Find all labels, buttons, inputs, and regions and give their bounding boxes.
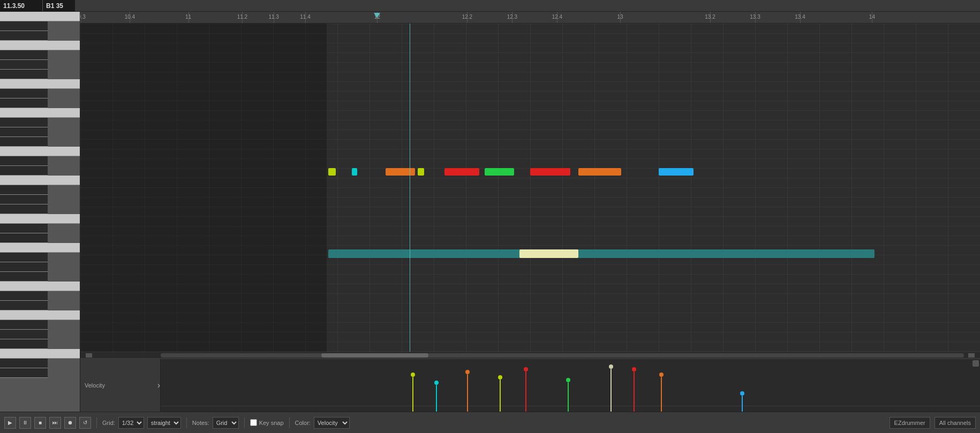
piano-key-12[interactable] (0, 127, 48, 137)
piano-key-c2[interactable]: C2 (0, 224, 48, 233)
record-button[interactable]: ⏺ (64, 417, 76, 429)
long-bar[interactable] (328, 249, 875, 258)
velocity-label: Velocity › (80, 359, 161, 412)
piano-key-20[interactable] (0, 204, 48, 214)
velocity-dot-8[interactable] (659, 373, 664, 377)
top-bar: 11.3.50 B1 35 (0, 0, 980, 12)
piano-key-1[interactable] (0, 21, 48, 31)
piano-key-34[interactable] (0, 339, 48, 349)
main-area: C2 10.310.41111.211.311.41212.212.312.41… (0, 12, 980, 412)
long-bar-highlight[interactable] (519, 249, 578, 258)
piano-key-32[interactable] (0, 320, 48, 330)
piano-key-2[interactable] (0, 31, 48, 41)
piano-key-21[interactable] (0, 214, 80, 224)
velocity-dot-3[interactable] (498, 375, 502, 379)
tick-label: 10.3 (80, 14, 86, 20)
velocity-edit-icon[interactable] (973, 360, 979, 367)
tick-label: 10.4 (125, 14, 135, 20)
stop-button[interactable]: ■ (34, 417, 46, 429)
key-snap-text: Key snap (259, 420, 284, 426)
velocity-text: Velocity (85, 382, 105, 389)
piano-key-26[interactable] (0, 262, 48, 272)
piano-key-18[interactable] (0, 185, 48, 195)
piano-key-5[interactable] (0, 60, 48, 70)
piano-key-33[interactable] (0, 330, 48, 339)
piano-key-25[interactable] (0, 253, 48, 262)
note-4[interactable] (444, 168, 479, 176)
piano-key-16[interactable] (0, 166, 48, 176)
piano-key-4[interactable] (0, 50, 48, 60)
note-7[interactable] (578, 168, 621, 176)
note-0[interactable] (328, 168, 336, 176)
piano-key-8[interactable] (0, 89, 48, 98)
piano-key-3[interactable] (0, 41, 80, 50)
play-button[interactable]: ▶ (4, 417, 16, 429)
piano-key-10[interactable] (0, 108, 80, 118)
loop-button[interactable]: ↺ (79, 417, 91, 429)
piano-key-7[interactable] (0, 79, 80, 89)
playhead-line (410, 24, 410, 352)
velocity-line-9 (742, 396, 743, 412)
separator-3 (244, 417, 245, 428)
piano-key-24[interactable] (0, 243, 80, 253)
timeline-ruler: 10.310.41111.211.311.41212.212.312.41313… (80, 12, 980, 24)
piano-key-35[interactable] (0, 349, 80, 359)
note-5[interactable] (485, 168, 514, 176)
note-1[interactable] (352, 168, 357, 176)
piano-key-28[interactable] (0, 282, 80, 291)
velocity-line-8 (661, 377, 662, 412)
note-6[interactable] (530, 168, 570, 176)
piano-key-15[interactable] (0, 156, 48, 166)
bottom-toolbar: ▶ ⏸ ■ ⏭ ⏺ ↺ Grid: 1/32 1/16 1/8 1/4 stra… (0, 412, 980, 433)
piano-key-36[interactable] (0, 359, 48, 368)
velocity-midline (161, 406, 980, 406)
notes-select[interactable]: Grid Free (213, 417, 239, 429)
piano-key-19[interactable] (0, 195, 48, 204)
velocity-dot-6[interactable] (609, 364, 613, 369)
tick-label: 14 (869, 14, 875, 20)
piano-key-9[interactable] (0, 98, 48, 108)
skip-end-button[interactable]: ⏭ (49, 417, 61, 429)
piano-key-29[interactable] (0, 291, 48, 301)
note-2[interactable] (386, 168, 415, 176)
channels-label: All channels (934, 417, 976, 429)
key-snap-label[interactable]: Key snap (250, 419, 284, 426)
color-select[interactable]: Velocity Pitch Channel (314, 417, 350, 429)
piano-key-31[interactable] (0, 310, 80, 320)
piano-key-30[interactable] (0, 301, 48, 310)
note-3[interactable] (418, 168, 424, 176)
piano-key-14[interactable] (0, 147, 80, 156)
key-snap-checkbox[interactable] (250, 419, 257, 426)
piano-key-17[interactable] (0, 176, 80, 185)
tick-label: 13 (617, 14, 623, 20)
velocity-dot-9[interactable] (740, 391, 744, 396)
playhead-triangle (374, 13, 380, 18)
color-label: Color: (295, 420, 311, 426)
note-area[interactable] (80, 24, 980, 352)
scrollbar-thumb[interactable] (321, 353, 428, 358)
tick-label: 11.4 (300, 14, 310, 20)
curve-select[interactable]: straight linear bezier (147, 417, 181, 429)
velocity-line-1 (436, 385, 437, 412)
velocity-dot-4[interactable] (524, 367, 528, 371)
position-display: 11.3.50 (0, 0, 43, 11)
h-scrollbar[interactable] (80, 352, 980, 358)
velocity-dot-5[interactable] (566, 378, 570, 382)
velocity-dot-7[interactable] (632, 367, 636, 371)
velocity-dot-0[interactable] (411, 373, 415, 377)
scrollbar-track[interactable] (161, 353, 964, 358)
piano-key-13[interactable] (0, 137, 48, 147)
velocity-dot-1[interactable] (434, 381, 439, 385)
note-8[interactable] (659, 168, 693, 176)
velocity-dot-2[interactable] (465, 370, 470, 374)
grid-select[interactable]: 1/32 1/16 1/8 1/4 (118, 417, 144, 429)
piano-key-0[interactable] (0, 12, 80, 21)
piano-key-11[interactable] (0, 118, 48, 127)
piano-key-27[interactable] (0, 272, 48, 282)
piano-key-6[interactable] (0, 70, 48, 79)
pause-button[interactable]: ⏸ (19, 417, 31, 429)
piano-keyboard: C2 (0, 12, 80, 412)
piano-key-37[interactable] (0, 368, 48, 378)
piano-key-23[interactable] (0, 233, 48, 243)
velocity-expand-icon[interactable]: › (157, 381, 160, 390)
